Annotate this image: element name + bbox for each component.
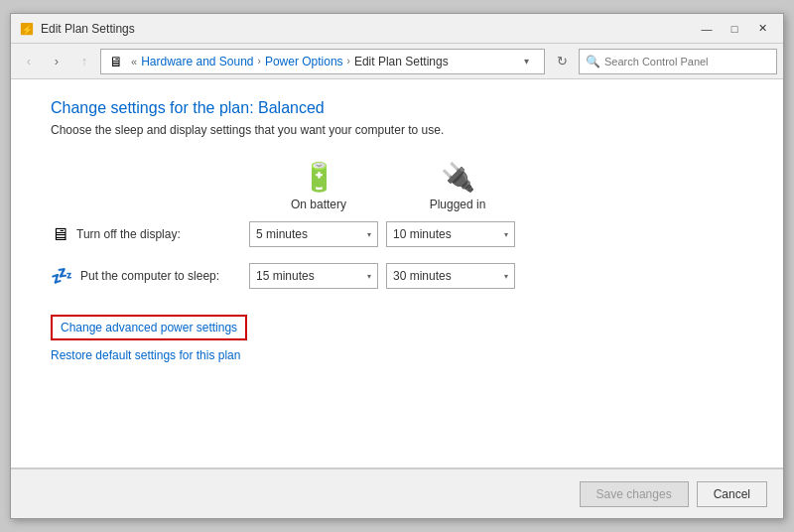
advanced-settings-link[interactable]: Change advanced power settings — [51, 315, 247, 340]
sleep-battery-value: 15 minutes — [256, 269, 315, 283]
display-label-area: 🖥 Turn off the display: — [51, 224, 249, 245]
breadcrumb-current: Edit Plan Settings — [354, 55, 449, 68]
sleep-label: Put the computer to sleep: — [80, 269, 219, 283]
breadcrumb-prefix: « — [131, 56, 137, 67]
battery-column-header: 🔋 On battery — [249, 161, 388, 211]
refresh-button[interactable]: ↻ — [549, 49, 575, 74]
plugged-icon: 🔌 — [441, 161, 475, 194]
sleep-icon: 💤 — [51, 265, 72, 287]
search-bar[interactable]: 🔍 — [579, 49, 777, 74]
restore-defaults-link[interactable]: Restore default settings for this plan — [51, 348, 743, 362]
sleep-controls: 15 minutes ▾ 30 minutes ▾ — [249, 263, 515, 289]
plugged-label: Plugged in — [430, 198, 486, 211]
breadcrumb-power[interactable]: Power Options — [265, 55, 343, 68]
sleep-plugged-value: 30 minutes — [393, 269, 452, 283]
breadcrumb-sep2: › — [347, 56, 350, 66]
breadcrumb-sep1: › — [258, 56, 261, 66]
forward-button[interactable]: › — [45, 50, 68, 73]
link-section: Change advanced power settings Restore d… — [51, 315, 743, 362]
window-title: Edit Plan Settings — [41, 22, 694, 36]
title-bar: ⚡ Edit Plan Settings — □ ✕ — [11, 14, 783, 44]
cancel-button[interactable]: Cancel — [697, 481, 767, 507]
main-window: ⚡ Edit Plan Settings — □ ✕ ‹ › ↑ 🖥 « Har… — [10, 13, 784, 519]
display-plugged-value: 10 minutes — [393, 227, 452, 241]
address-icon: 🖥 — [109, 54, 123, 69]
display-controls: 5 minutes ▾ 10 minutes ▾ — [249, 221, 515, 247]
column-headers: 🔋 On battery 🔌 Plugged in — [249, 161, 743, 211]
display-row: 🖥 Turn off the display: 5 minutes ▾ 10 m… — [51, 221, 743, 247]
display-battery-dropdown[interactable]: 5 minutes ▾ — [249, 221, 378, 247]
close-button[interactable]: ✕ — [749, 19, 775, 39]
display-battery-caret: ▾ — [367, 230, 371, 239]
address-bar: 🖥 « Hardware and Sound › Power Options ›… — [100, 49, 545, 74]
display-battery-value: 5 minutes — [256, 227, 308, 241]
back-button[interactable]: ‹ — [17, 50, 41, 73]
breadcrumb-hardware[interactable]: Hardware and Sound — [141, 55, 253, 68]
display-plugged-caret: ▾ — [504, 230, 508, 239]
battery-icon: 🔋 — [302, 161, 336, 194]
svg-text:⚡: ⚡ — [22, 23, 33, 35]
window-icon: ⚡ — [19, 21, 35, 37]
display-label: Turn off the display: — [76, 227, 181, 241]
nav-bar: ‹ › ↑ 🖥 « Hardware and Sound › Power Opt… — [11, 44, 783, 79]
sleep-battery-dropdown[interactable]: 15 minutes ▾ — [249, 263, 378, 289]
sleep-plugged-dropdown[interactable]: 30 minutes ▾ — [386, 263, 515, 289]
address-dropdown-button[interactable]: ▾ — [516, 49, 536, 74]
window-controls: — □ ✕ — [694, 19, 775, 39]
save-button: Save changes — [580, 481, 689, 507]
page-subtitle: Choose the sleep and display settings th… — [51, 123, 743, 137]
display-icon: 🖥 — [51, 224, 68, 245]
up-button[interactable]: ↑ — [72, 50, 96, 73]
maximize-button[interactable]: □ — [722, 19, 747, 39]
bottom-bar: Save changes Cancel — [11, 468, 783, 518]
page-title: Change settings for the plan: Balanced — [51, 99, 743, 117]
sleep-label-area: 💤 Put the computer to sleep: — [51, 265, 249, 287]
settings-grid: 🖥 Turn off the display: 5 minutes ▾ 10 m… — [51, 221, 743, 305]
search-input[interactable] — [604, 56, 770, 67]
search-icon: 🔍 — [586, 55, 600, 68]
sleep-plugged-caret: ▾ — [504, 272, 508, 281]
sleep-battery-caret: ▾ — [367, 272, 371, 281]
content-area: Change settings for the plan: Balanced C… — [11, 79, 783, 467]
minimize-button[interactable]: — — [694, 19, 720, 39]
battery-label: On battery — [291, 198, 346, 211]
display-plugged-dropdown[interactable]: 10 minutes ▾ — [386, 221, 515, 247]
sleep-row: 💤 Put the computer to sleep: 15 minutes … — [51, 263, 743, 289]
plugged-column-header: 🔌 Plugged in — [388, 161, 527, 211]
